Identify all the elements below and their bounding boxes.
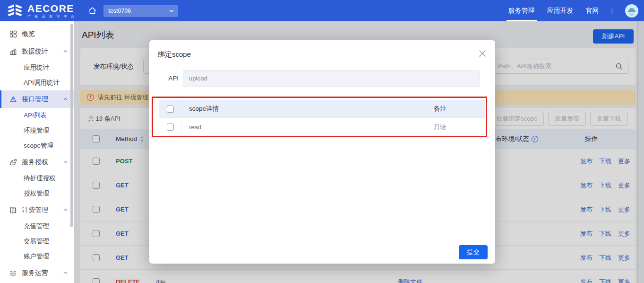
chevron-up-icon	[63, 97, 68, 102]
sidebar-item-api-list[interactable]: API列表	[0, 108, 74, 123]
user-avatar[interactable]	[625, 4, 638, 18]
scope-table-row: read 只读	[159, 118, 485, 137]
sidebar-item-scope-management[interactable]: scope管理	[0, 138, 74, 153]
workspace-value: test0706	[108, 8, 169, 14]
modal-title: 绑定scope	[158, 50, 191, 59]
brand-logo: AECORE 广 联 达 数 字 中 台	[7, 3, 76, 18]
api-field-value[interactable]: upload	[183, 70, 480, 87]
sidebar-item-label: 概览	[22, 30, 68, 38]
sidebar-item-recharge-management[interactable]: 充值管理	[0, 219, 74, 234]
sidebar-item-account-management[interactable]: 账户管理	[0, 249, 74, 264]
scope-table-header: scope详情 备注	[159, 100, 485, 118]
close-icon[interactable]	[477, 48, 488, 59]
sidebar-item-overview[interactable]: 概览	[0, 25, 74, 43]
sidebar-scrollbar[interactable]	[70, 24, 73, 227]
helmet-avatar-icon	[627, 6, 637, 16]
sidebar-item-env-management[interactable]: 环境管理	[0, 123, 74, 138]
aecore-logo-icon	[7, 4, 24, 18]
sidebar-item-label: 服务运营	[22, 269, 58, 277]
chevron-up-icon	[63, 207, 68, 212]
scope-table: scope详情 备注 read 只读	[159, 100, 485, 137]
chevron-up-icon	[63, 159, 68, 165]
sidebar-item-authorization-management[interactable]: 授权管理	[0, 186, 74, 201]
column-scope-detail: scope详情	[181, 100, 426, 118]
scope-select-all-checkbox[interactable]	[167, 106, 174, 113]
bar-chart-icon	[9, 48, 17, 55]
column-remark: 备注	[426, 100, 485, 118]
scope-remark: 只读	[426, 118, 485, 137]
chevron-up-icon	[63, 270, 68, 275]
scope-row-checkbox[interactable]	[167, 124, 174, 131]
nav-app-development[interactable]: 应用开发	[547, 0, 574, 21]
chevron-up-icon	[63, 49, 68, 54]
sidebar-item-interface-management[interactable]: 接口管理	[0, 90, 74, 108]
sidebar-item-label: 接口管理	[22, 95, 58, 104]
sidebar-item-api-call-statistics[interactable]: API调用统计	[0, 75, 74, 90]
sidebar-item-billing-management[interactable]: 计费管理	[0, 201, 74, 219]
top-navbar: AECORE 广 联 达 数 字 中 台 test0706 服务管理 应用开发 …	[0, 0, 644, 21]
sidebar-menu: 概览 数据统计 应用统计 API调用统计 接口管理 API列表 环境管理 sco…	[0, 21, 74, 283]
sidebar-item-service-operations[interactable]: 服务运营	[0, 264, 74, 282]
brand-subtitle: 广 联 达 数 字 中 台	[27, 15, 76, 18]
sidebar-item-label: 计费管理	[22, 206, 58, 214]
api-triangle-icon	[9, 96, 17, 103]
sidebar-item-app-statistics[interactable]: 应用统计	[0, 60, 74, 75]
sidebar-item-label: 服务授权	[22, 158, 58, 167]
sidebar-item-service-authorization[interactable]: 服务授权	[0, 153, 74, 171]
sidebar-item-pending-authorization[interactable]: 待处理授权	[0, 171, 74, 186]
overview-grid-icon	[9, 30, 17, 38]
billing-doc-icon	[9, 206, 17, 214]
workspace-select[interactable]: test0706	[103, 5, 178, 17]
sidebar-item-label: 数据统计	[22, 47, 58, 56]
sidebar-item-transaction-management[interactable]: 交易管理	[0, 234, 74, 249]
bind-scope-modal: 绑定scope API upload scope详情 备注 read 只读 提交	[149, 40, 495, 264]
nav-official-site[interactable]: 官网	[586, 0, 599, 21]
scope-name: read	[181, 118, 426, 137]
operations-wave-icon	[9, 269, 17, 277]
chevron-down-icon	[169, 8, 174, 14]
brand-name: AECORE	[27, 3, 76, 13]
nav-service-management[interactable]: 服务管理	[508, 0, 535, 21]
authorization-icon	[9, 159, 17, 166]
nav-divider: |	[611, 7, 613, 14]
home-icon[interactable]	[88, 6, 97, 15]
submit-button[interactable]: 提交	[459, 245, 488, 259]
api-field-label: API	[163, 70, 179, 87]
sidebar-item-data-statistics[interactable]: 数据统计	[0, 43, 74, 60]
